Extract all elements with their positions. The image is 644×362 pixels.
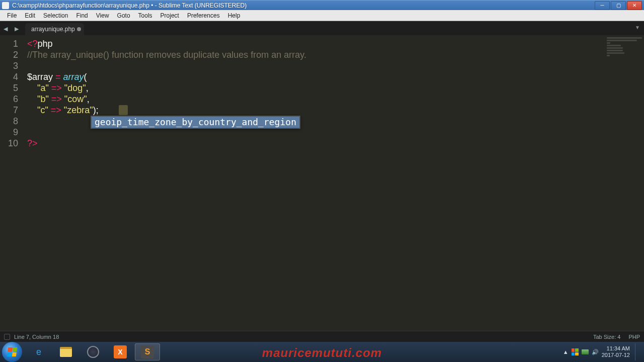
menu-goto[interactable]: Goto xyxy=(113,11,134,20)
volume-icon[interactable]: 🔊 xyxy=(592,349,599,355)
taskbar-xampp[interactable]: X xyxy=(108,343,133,360)
xampp-icon: X xyxy=(114,345,127,358)
syntax-selector[interactable]: PHP xyxy=(628,334,640,340)
tray-expand-icon[interactable]: ▲ xyxy=(563,349,569,355)
system-tray: ▲ 🔊 11:34 AM 2017-07-12 xyxy=(563,343,642,360)
cursor-position: Line 7, Column 18 xyxy=(14,334,59,340)
menu-bar: File Edit Selection Find View Goto Tools… xyxy=(0,10,644,21)
caret-highlight xyxy=(119,105,128,115)
system-clock[interactable]: 11:34 AM 2017-07-12 xyxy=(602,345,630,358)
clock-date: 2017-07-12 xyxy=(602,352,630,358)
line-number-gutter: 1 2 3 4 5 6 7 8 9 10 xyxy=(0,35,23,331)
line-number: 6 xyxy=(0,94,18,105)
code-area[interactable]: <?php //The array_unique() function remo… xyxy=(23,35,644,331)
maximize-button[interactable]: ▢ xyxy=(611,1,626,10)
minimize-button[interactable]: ─ xyxy=(595,1,610,10)
file-tab[interactable]: arrayunique.php xyxy=(25,23,84,35)
status-panel-icon[interactable] xyxy=(4,334,10,340)
code-line: <?php xyxy=(27,38,644,49)
nav-forward-icon[interactable]: ▶ xyxy=(13,25,20,32)
minimap[interactable] xyxy=(607,37,642,57)
dirty-indicator-icon xyxy=(77,27,81,31)
code-line: //The array_unique() function removes du… xyxy=(27,49,644,60)
line-number: 4 xyxy=(0,71,18,82)
line-number: 1 xyxy=(0,38,18,49)
status-bar: Line 7, Column 18 Tab Size: 4 PHP xyxy=(0,331,644,342)
line-number: 2 xyxy=(0,49,18,60)
network-icon[interactable] xyxy=(582,349,589,354)
sublime-icon: S xyxy=(141,345,154,358)
windows-logo-icon xyxy=(7,347,18,356)
folder-icon xyxy=(60,347,72,357)
line-number: 7 xyxy=(0,105,18,116)
menu-preferences[interactable]: Preferences xyxy=(183,11,224,20)
menu-selection[interactable]: Selection xyxy=(39,11,72,20)
watermark: mauricemututi.com xyxy=(262,346,382,360)
window-titlebar: C:\xampp\htdocs\phparrayfunction\arrayun… xyxy=(0,0,644,10)
code-line: "c" => "zebra"); xyxy=(27,105,644,116)
line-number: 10 xyxy=(0,138,18,149)
tab-size-selector[interactable]: Tab Size: 4 xyxy=(593,334,620,340)
taskbar-explorer[interactable] xyxy=(53,343,78,360)
line-number: 9 xyxy=(0,127,18,138)
code-editor[interactable]: 1 2 3 4 5 6 7 8 9 10 <?php //The array_u… xyxy=(0,35,644,331)
window-title: C:\xampp\htdocs\phparrayfunction\arrayun… xyxy=(12,2,595,9)
menu-view[interactable]: View xyxy=(92,11,113,20)
line-number: 5 xyxy=(0,82,18,94)
nav-back-icon[interactable]: ◀ xyxy=(2,25,9,32)
gear-icon xyxy=(87,346,99,358)
menu-project[interactable]: Project xyxy=(156,11,183,20)
code-line: "b" => "cow", xyxy=(27,94,644,105)
menu-edit[interactable]: Edit xyxy=(21,11,39,20)
taskbar-ie[interactable]: e xyxy=(26,343,51,360)
ie-icon: e xyxy=(36,347,41,357)
action-center-icon[interactable] xyxy=(572,348,579,355)
menu-tools[interactable]: Tools xyxy=(134,11,156,20)
windows-taskbar: e X S mauricemututi.com ▲ 🔊 11:34 AM 201… xyxy=(0,342,644,362)
menu-file[interactable]: File xyxy=(3,11,21,20)
app-icon xyxy=(2,2,9,9)
code-line: "a" => "dog", xyxy=(27,82,644,94)
taskbar-services[interactable] xyxy=(80,343,106,360)
line-number: 8 xyxy=(0,116,18,127)
code-line xyxy=(27,60,644,71)
autocomplete-popup[interactable]: geoip_time_zone_by_country_and_region xyxy=(91,116,300,129)
tab-overflow-icon[interactable]: ▼ xyxy=(635,25,640,30)
line-number: 3 xyxy=(0,60,18,71)
code-line: ?> xyxy=(27,138,644,149)
close-button[interactable]: ✕ xyxy=(627,1,642,10)
autocomplete-item[interactable]: geoip_time_zone_by_country_and_region xyxy=(91,116,300,128)
taskbar-sublime[interactable]: S xyxy=(135,343,160,360)
code-line: $array = array( xyxy=(27,71,644,82)
tab-bar: ◀ ▶ arrayunique.php ▼ xyxy=(0,21,644,35)
tab-label: arrayunique.php xyxy=(31,26,75,33)
start-button[interactable] xyxy=(2,342,22,362)
show-desktop-button[interactable] xyxy=(635,343,640,360)
menu-help[interactable]: Help xyxy=(224,11,245,20)
menu-find[interactable]: Find xyxy=(72,11,92,20)
clock-time: 11:34 AM xyxy=(602,345,630,352)
